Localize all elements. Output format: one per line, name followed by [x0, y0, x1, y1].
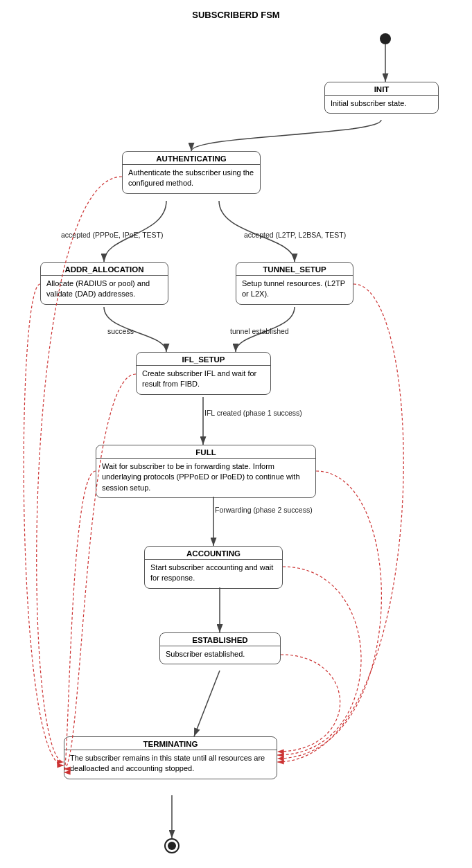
state-established: ESTABLISHED Subscriber established. [159, 632, 281, 664]
state-accounting-name: ACCOUNTING [145, 547, 282, 560]
diagram-container: SUBSCRIBERD FSM INIT Initial subscriber … [0, 0, 472, 868]
state-init-name: INIT [325, 82, 438, 96]
state-addr-allocation-desc: Allocate (RADIUS or pool) and validate (… [41, 276, 168, 304]
state-tunnel-setup-name: TUNNEL_SETUP [236, 263, 353, 276]
label-forwarding: Forwarding (phase 2 success) [215, 506, 313, 514]
state-addr-allocation-name: ADDR_ALLOCATION [41, 263, 168, 276]
state-full-desc: Wait for subscriber to be in forwarding … [96, 459, 315, 497]
final-state-inner [168, 842, 176, 850]
initial-state-circle [380, 33, 391, 44]
state-addr-allocation: ADDR_ALLOCATION Allocate (RADIUS or pool… [40, 262, 168, 305]
state-authenticating-desc: Authenticate the subscriber using the co… [123, 165, 260, 193]
state-full-name: FULL [96, 445, 315, 459]
state-authenticating: AUTHENTICATING Authenticate the subscrib… [122, 151, 261, 194]
label-ifl-created: IFL created (phase 1 success) [204, 409, 302, 417]
state-init: INIT Initial subscriber state. [324, 82, 439, 114]
state-terminating-name: TERMINATING [64, 737, 277, 750]
state-established-name: ESTABLISHED [160, 633, 280, 646]
state-init-desc: Initial subscriber state. [325, 96, 438, 113]
state-accounting-desc: Start subscriber accounting and wait for… [145, 560, 282, 588]
state-full: FULL Wait for subscriber to be in forwar… [96, 445, 316, 498]
state-ifl-setup-desc: Create subscriber IFL and wait for resul… [137, 366, 270, 394]
state-tunnel-setup-desc: Setup tunnel resources. (L2TP or L2X). [236, 276, 353, 304]
label-accepted-pppoe: accepted (PPPoE, IPoE, TEST) [61, 231, 163, 239]
state-terminating: TERMINATING The subscriber remains in th… [64, 736, 277, 779]
state-ifl-setup-name: IFL_SETUP [137, 353, 270, 366]
state-tunnel-setup: TUNNEL_SETUP Setup tunnel resources. (L2… [236, 262, 353, 305]
svg-line-7 [194, 671, 220, 736]
diagram-title: SUBSCRIBERD FSM [192, 10, 279, 20]
label-success: success [107, 327, 134, 335]
label-tunnel-established: tunnel established [230, 327, 289, 335]
state-ifl-setup: IFL_SETUP Create subscriber IFL and wait… [136, 352, 271, 395]
state-authenticating-name: AUTHENTICATING [123, 152, 260, 165]
state-terminating-desc: The subscriber remains in this state unt… [64, 750, 277, 779]
state-accounting: ACCOUNTING Start subscriber accounting a… [144, 546, 283, 589]
label-accepted-l2tp: accepted (L2TP, L2BSA, TEST) [244, 231, 346, 239]
state-established-desc: Subscriber established. [160, 646, 280, 664]
final-state-circle [164, 838, 180, 853]
